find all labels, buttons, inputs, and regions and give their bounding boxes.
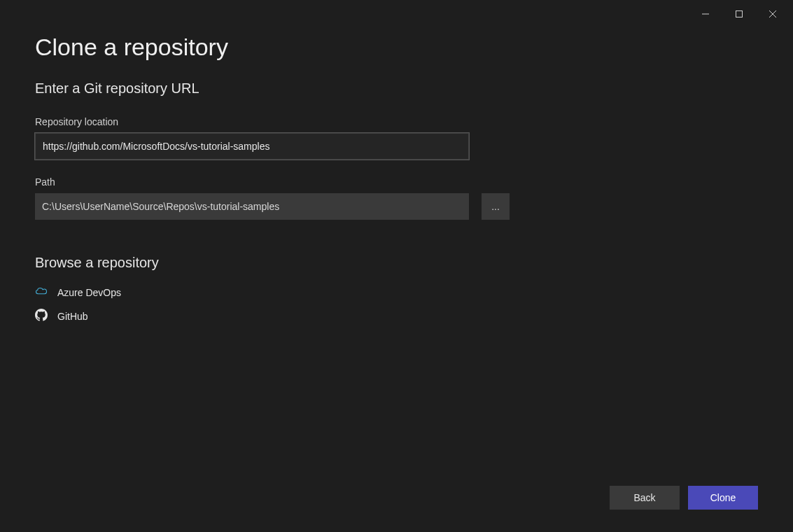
svg-rect-1 <box>736 11 743 18</box>
back-button[interactable]: Back <box>610 486 680 510</box>
path-input[interactable] <box>35 193 469 220</box>
browse-path-button[interactable]: ... <box>482 193 510 220</box>
cloud-icon <box>35 285 48 300</box>
github-icon <box>35 309 48 324</box>
provider-github[interactable]: GitHub <box>35 304 758 328</box>
minimize-button[interactable] <box>695 7 716 21</box>
close-button[interactable] <box>762 7 783 21</box>
provider-azure-devops[interactable]: Azure DevOps <box>35 281 758 304</box>
clone-button[interactable]: Clone <box>688 486 758 510</box>
repo-location-label: Repository location <box>35 116 758 127</box>
page-subtitle: Enter a Git repository URL <box>35 80 758 97</box>
provider-azure-label: Azure DevOps <box>57 287 121 298</box>
path-label: Path <box>35 176 758 188</box>
browse-section-title: Browse a repository <box>35 255 758 271</box>
repo-location-input[interactable] <box>35 133 469 160</box>
page-title: Clone a repository <box>35 34 758 61</box>
maximize-button[interactable] <box>729 7 750 21</box>
provider-github-label: GitHub <box>57 311 88 322</box>
